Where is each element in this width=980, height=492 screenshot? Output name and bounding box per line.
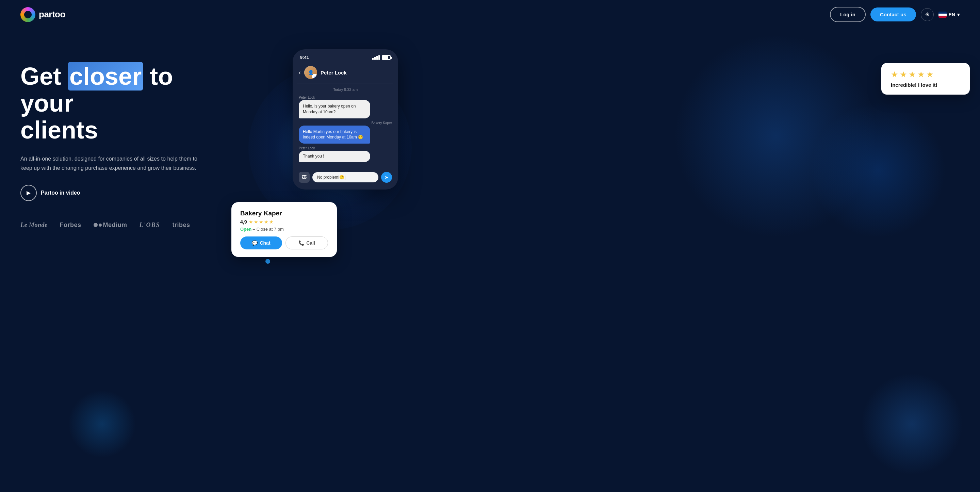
press-logo-medium: Medium xyxy=(94,221,127,229)
contact-button[interactable]: Contact us xyxy=(870,8,916,21)
chat-header: ‹ 👤 G Peter Lock xyxy=(298,63,393,83)
lang-code: EN xyxy=(949,12,955,18)
message-1-group: Peter Lock Hello, is your bakery open on… xyxy=(299,96,392,118)
business-call-button[interactable]: 📞 Call xyxy=(285,236,328,249)
biz-star-2: ★ xyxy=(254,219,258,225)
title-word-closer: closer xyxy=(68,62,143,91)
msg2-bubble: Hello Martin yes our bakery is indeed op… xyxy=(299,126,370,144)
business-card: Bakery Kaper 4,9 ★ ★ ★ ★ ★ Open – Close … xyxy=(231,202,337,257)
play-button[interactable]: ▶ xyxy=(21,185,37,201)
biz-star-4: ★ xyxy=(264,219,269,225)
business-hours: – Close at 7 pm xyxy=(253,227,284,232)
biz-star-3: ★ xyxy=(259,219,263,225)
star-3: ★ xyxy=(908,70,916,79)
logo-text: partoo xyxy=(39,9,65,20)
flag-icon xyxy=(939,11,947,18)
review-card: ★ ★ ★ ★ ★ Incredible! I love it! xyxy=(881,63,970,95)
nav-actions: Log in Contact us ☀ EN ▾ xyxy=(830,7,959,22)
video-link-label: Partoo in video xyxy=(41,190,80,196)
chat-date-label: Today 9:32 am xyxy=(299,88,392,92)
google-badge-icon: G xyxy=(312,74,317,79)
business-status: Open – Close at 7 pm xyxy=(240,227,328,232)
message-2-group: Bakery Kaper Hello Martin yes our bakery… xyxy=(299,121,392,144)
phone-mockup: 9:41 ‹ 👤 G xyxy=(293,49,398,189)
decorative-dot xyxy=(266,259,270,264)
msg1-sender: Peter Lock xyxy=(299,96,392,99)
language-selector[interactable]: EN ▾ xyxy=(939,11,959,18)
chat-input-field[interactable]: No problem!🙂| xyxy=(312,172,379,182)
video-link[interactable]: ▶ Partoo in video xyxy=(21,185,218,201)
login-button[interactable]: Log in xyxy=(830,7,865,22)
chat-input-bar: 🖼 No problem!🙂| ➤ xyxy=(298,169,393,184)
msg3-bubble: Thank you ! xyxy=(299,151,370,162)
hero-subtitle: An all-in-one solution, designed for com… xyxy=(21,154,197,172)
title-word-get: Get xyxy=(21,63,68,90)
chat-button-label: Chat xyxy=(259,240,270,246)
msg2-sender: Bakery Kaper xyxy=(299,121,392,125)
call-button-label: Call xyxy=(306,240,315,246)
star-2: ★ xyxy=(900,70,907,79)
msg1-bubble: Hello, is your bakery open on Monday at … xyxy=(299,100,370,118)
hero-section: Get closer to yourclients An all-in-one … xyxy=(0,29,980,288)
star-5: ★ xyxy=(926,70,934,79)
press-logo-lobs: L'OBS xyxy=(140,221,160,229)
business-rating-row: 4,9 ★ ★ ★ ★ ★ xyxy=(240,219,328,225)
contact-name: Peter Lock xyxy=(321,70,347,76)
theme-toggle-button[interactable]: ☀ xyxy=(921,8,934,21)
phone-indicators xyxy=(372,55,391,60)
send-button[interactable]: ➤ xyxy=(381,172,392,183)
press-logos: Le Monde Forbes Medium L'OBS tribes xyxy=(21,221,218,229)
msg3-sender: Peter Lock xyxy=(299,146,392,150)
business-name: Bakery Kaper xyxy=(240,210,328,217)
battery-icon xyxy=(382,55,391,60)
press-logo-forbes: Forbes xyxy=(60,221,81,229)
hero-visual: 9:41 ‹ 👤 G xyxy=(231,49,959,274)
phone-status-bar: 9:41 xyxy=(298,55,393,63)
logo[interactable]: partoo xyxy=(21,7,65,22)
business-actions: 💬 Chat 📞 Call xyxy=(240,236,328,249)
navbar: partoo Log in Contact us ☀ EN ▾ xyxy=(0,0,980,29)
phone-time: 9:41 xyxy=(300,55,309,60)
star-4: ★ xyxy=(917,70,925,79)
business-open-label: Open xyxy=(240,227,251,232)
logo-icon xyxy=(21,7,35,22)
review-stars: ★ ★ ★ ★ ★ xyxy=(891,70,960,79)
biz-star-5: ★ xyxy=(269,219,274,225)
contact-avatar: 👤 G xyxy=(304,66,317,79)
attach-image-button[interactable]: 🖼 xyxy=(299,172,310,183)
phone-icon: 📞 xyxy=(298,240,304,246)
star-1: ★ xyxy=(891,70,898,79)
business-rating: 4,9 xyxy=(240,219,247,225)
hero-content: Get closer to yourclients An all-in-one … xyxy=(21,49,218,229)
signal-icon xyxy=(372,55,380,60)
chevron-down-icon: ▾ xyxy=(957,12,959,18)
chat-messages: Today 9:32 am Peter Lock Hello, is your … xyxy=(298,83,393,166)
back-arrow-icon[interactable]: ‹ xyxy=(299,69,301,76)
review-text: Incredible! I love it! xyxy=(891,82,960,88)
business-stars: ★ ★ ★ ★ ★ xyxy=(249,219,274,225)
biz-star-1: ★ xyxy=(249,219,253,225)
press-logo-lemonde: Le Monde xyxy=(21,221,48,229)
press-logo-tribes: tribes xyxy=(172,221,190,229)
message-3-group: Peter Lock Thank you ! xyxy=(299,146,392,162)
business-chat-button[interactable]: 💬 Chat xyxy=(240,236,282,249)
hero-title: Get closer to yourclients xyxy=(21,63,218,144)
chat-icon: 💬 xyxy=(252,240,258,246)
medium-dots-icon xyxy=(94,223,102,227)
chat-input-value: No problem!🙂| xyxy=(317,175,345,180)
